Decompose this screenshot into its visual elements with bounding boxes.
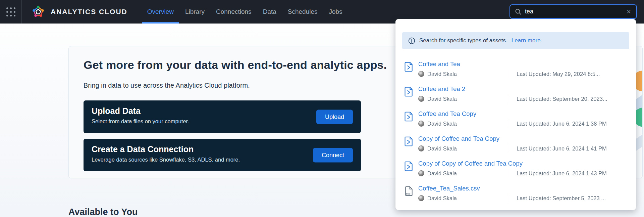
nav-tab-connections[interactable]: Connections (210, 0, 257, 24)
owner-avatar (418, 71, 424, 77)
search-info-banner: Search for specific types of assets. Lea… (402, 32, 629, 49)
search-results-dropdown: Search for specific types of assets. Lea… (395, 19, 636, 210)
nav-tab-library[interactable]: Library (179, 0, 210, 24)
result-title-link[interactable]: Coffee and Tea (418, 60, 460, 68)
info-circle-icon (408, 37, 415, 44)
workflow-file-icon (404, 160, 414, 171)
result-last-updated: Last Updated: June 6, 2024 1:38 PM (517, 121, 607, 127)
connect-button[interactable]: Connect (313, 148, 353, 162)
owner-avatar (418, 170, 424, 176)
result-last-updated: Last Updated: June 6, 2024 1:41 PM (517, 145, 607, 152)
owner-avatar (418, 96, 424, 102)
workflow-file-icon (404, 110, 414, 122)
result-last-updated: Last Updated: May 29, 2024 8:5... (517, 71, 600, 77)
learn-more-link[interactable]: Learn more (512, 37, 541, 44)
search-results-list: Coffee and Tea David Skala Last Updated:… (404, 60, 627, 210)
owner-avatar (418, 121, 424, 127)
csv-file-icon: csv (404, 185, 414, 196)
search-result-row[interactable]: Copy of Coffee and Tea Copy David Skala … (404, 135, 627, 151)
result-last-updated: Last Updated: September 5, 2023 ... (517, 195, 606, 202)
clear-search-icon[interactable]: × (626, 8, 632, 15)
nav-tab-schedules[interactable]: Schedules (282, 0, 323, 24)
analytics-cloud-logo-icon (31, 5, 45, 19)
waffle-icon (6, 7, 15, 16)
search-result-row[interactable]: Coffee and Tea 2 David Skala Last Update… (404, 85, 627, 101)
search-result-row[interactable]: Coffee and Tea David Skala Last Updated:… (404, 60, 627, 77)
result-owner: David Skala (427, 71, 457, 77)
global-search-box[interactable]: × (509, 4, 637, 19)
search-result-row[interactable]: Coffee and Tea Copy David Skala Last Upd… (404, 110, 627, 126)
svg-text:csv: csv (406, 192, 411, 195)
meta-divider (509, 194, 509, 202)
result-owner: David Skala (427, 170, 457, 177)
search-input[interactable] (525, 8, 626, 15)
meta-divider (509, 169, 509, 177)
navbar-divider (21, 0, 22, 24)
result-title-link[interactable]: Coffee and Tea Copy (418, 110, 476, 118)
result-owner: David Skala (427, 96, 457, 102)
meta-divider (509, 144, 509, 153)
brand-title: ANALYTICS CLOUD (51, 8, 127, 16)
result-owner: David Skala (427, 121, 457, 127)
result-title-link[interactable]: Copy of Coffee and Tea Copy (418, 135, 499, 142)
search-result-row[interactable]: Copy of Copy of Coffee and Tea Copy Davi… (404, 160, 627, 176)
workflow-file-icon (404, 85, 414, 97)
result-title-link[interactable]: Coffee and Tea 2 (418, 85, 465, 93)
search-icon (515, 8, 522, 15)
result-owner: David Skala (427, 145, 457, 152)
result-last-updated: Last Updated: June 6, 2024 1:43 PM (517, 170, 607, 177)
workflow-file-icon (404, 60, 414, 72)
workflow-file-icon (404, 135, 414, 146)
nav-tab-data[interactable]: Data (257, 0, 282, 24)
result-title-link[interactable]: Coffee_Tea_Sales.csv (418, 185, 480, 192)
info-banner-period: . (541, 37, 542, 44)
upload-panel-title: Upload Data (92, 106, 353, 116)
meta-divider (509, 95, 509, 103)
upload-button[interactable]: Upload (316, 110, 353, 124)
owner-avatar (418, 145, 424, 151)
info-banner-text: Search for specific types of assets. (419, 37, 507, 44)
result-last-updated: Last Updated: September 20, 2023... (517, 96, 607, 102)
upload-panel-description: Select from data files on your computer. (92, 118, 353, 125)
data-connection-panel: Create a Data Connection Leverage data s… (84, 139, 361, 171)
nav-tab-overview[interactable]: Overview (142, 0, 179, 24)
meta-divider (509, 70, 509, 78)
result-owner: David Skala (427, 195, 457, 202)
result-title-link[interactable]: Copy of Copy of Coffee and Tea Copy (418, 160, 523, 167)
owner-avatar (418, 195, 424, 201)
upload-data-panel: Upload Data Select from data files on yo… (84, 100, 361, 133)
main-nav: Overview Library Connections Data Schedu… (142, 0, 348, 24)
available-to-you-heading: Available to You (68, 207, 138, 217)
meta-divider (509, 120, 509, 128)
app-switcher-button[interactable] (0, 0, 21, 24)
search-result-row[interactable]: csv Coffee_Tea_Sales.csv David Skala Las… (404, 185, 627, 201)
nav-tab-jobs[interactable]: Jobs (323, 0, 348, 24)
